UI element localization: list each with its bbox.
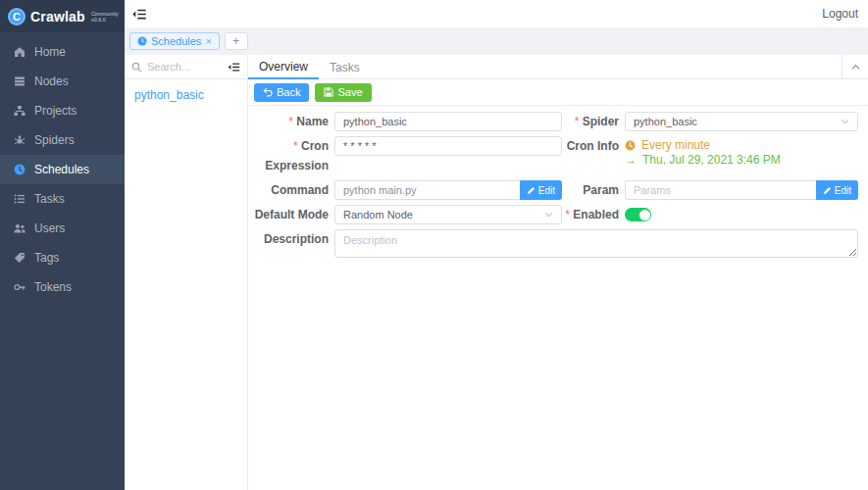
sidebar-item-tags[interactable]: Tags: [0, 243, 125, 272]
search-row: [125, 55, 247, 79]
form-item-spider: Spider python_basic: [562, 112, 858, 131]
spider-select[interactable]: python_basic: [625, 112, 858, 131]
edit-pencil-icon: [527, 186, 536, 195]
param-edit-button[interactable]: Edit: [816, 180, 858, 200]
sidebar-item-users[interactable]: Users: [0, 214, 125, 243]
name-input[interactable]: [334, 112, 562, 131]
crawlab-app: C Crawlab Community v0.6.0 Home Nodes: [0, 0, 868, 490]
form-item-description: Description: [252, 229, 858, 262]
sidebar-item-label: Tokens: [34, 280, 72, 294]
sidebar-item-label: Tasks: [34, 192, 65, 206]
chevron-up-icon: [851, 64, 860, 71]
sidebar-item-schedules[interactable]: Schedules: [0, 155, 125, 184]
form-item-default-mode: Default Mode Random Node: [252, 205, 562, 224]
sidebar-item-nodes[interactable]: Nodes: [0, 67, 125, 96]
command-input[interactable]: [334, 180, 520, 200]
undo-icon: [263, 87, 273, 97]
open-tab-label: Schedules: [151, 35, 201, 47]
chevron-down-icon: [841, 119, 849, 124]
save-icon: [324, 87, 333, 97]
cron-next-run-line: → Thu, Jul 29, 2021 3:46 PM: [625, 153, 858, 168]
tag-icon: [14, 252, 26, 264]
sidebar-item-spiders[interactable]: Spiders: [0, 125, 125, 155]
tasks-icon: [14, 193, 26, 205]
form-item-enabled: Enabled: [562, 205, 858, 224]
sidebar-menu: Home Nodes Projects Spiders: [0, 32, 125, 302]
clock-icon: [137, 36, 147, 46]
enabled-label: Enabled: [562, 205, 625, 224]
arrow-right-icon: →: [625, 153, 637, 168]
cron-schedule-line: Every minute: [625, 138, 858, 153]
projects-icon: [14, 105, 26, 117]
app-edition: Community v0.6.0: [91, 11, 119, 23]
sidebar-item-label: Home: [34, 45, 66, 59]
description-label: Description: [252, 229, 334, 249]
form-item-cron-info: Cron Info Every minute → Thu, Jul 29, 20…: [562, 136, 858, 175]
default-mode-value: Random Node: [343, 209, 413, 220]
search-input[interactable]: [147, 61, 223, 73]
command-edit-label: Edit: [538, 185, 555, 196]
top-header: Logout: [125, 0, 868, 27]
form-item-param: Param Edit: [562, 180, 858, 200]
default-mode-select[interactable]: Random Node: [334, 205, 562, 224]
spider-icon: [14, 134, 26, 146]
collapse-panel-button[interactable]: [842, 55, 868, 78]
chevron-down-icon: [544, 212, 553, 218]
sidebar-item-tokens[interactable]: Tokens: [0, 272, 125, 302]
cron-expression-label: Cron Expression: [252, 136, 334, 175]
command-edit-button[interactable]: Edit: [520, 180, 562, 200]
open-tabs-bar: Schedules × +: [125, 27, 868, 55]
open-tab-schedules[interactable]: Schedules ×: [129, 32, 220, 50]
filter-icon[interactable]: [228, 62, 240, 73]
cron-expression-input[interactable]: [334, 136, 562, 156]
sidebar: C Crawlab Community v0.6.0 Home Nodes: [0, 0, 125, 490]
spider-label: Spider: [562, 112, 625, 131]
schedule-detail: Overview Tasks Back Save Name: [248, 55, 868, 490]
sidebar-item-label: Nodes: [34, 74, 69, 88]
back-button[interactable]: Back: [254, 83, 309, 102]
cron-schedule-text: Every minute: [641, 138, 710, 153]
close-icon[interactable]: ×: [205, 36, 211, 47]
param-label: Param: [562, 180, 625, 200]
enabled-toggle[interactable]: [625, 208, 651, 221]
description-textarea[interactable]: [334, 229, 858, 258]
name-label: Name: [252, 112, 334, 131]
users-icon: [14, 222, 26, 234]
param-input[interactable]: [625, 180, 816, 200]
list-item-python-basic[interactable]: python_basic: [125, 79, 247, 111]
detail-tabs: Overview Tasks: [248, 55, 868, 79]
param-edit-label: Edit: [835, 185, 851, 196]
form-item-command: Command Edit: [252, 180, 562, 200]
back-button-label: Back: [277, 86, 300, 98]
add-tab-button[interactable]: +: [225, 32, 248, 50]
save-button-label: Save: [337, 86, 362, 98]
sidebar-item-tasks[interactable]: Tasks: [0, 184, 125, 214]
crawlab-logo-icon: C: [8, 8, 26, 25]
tab-tasks[interactable]: Tasks: [319, 55, 371, 79]
cron-info-label: Cron Info: [562, 136, 625, 156]
sidebar-item-projects[interactable]: Projects: [0, 96, 125, 125]
sidebar-item-label: Tags: [34, 251, 59, 265]
default-mode-label: Default Mode: [252, 205, 334, 224]
sidebar-fold-icon[interactable]: [131, 8, 147, 21]
save-button[interactable]: Save: [315, 83, 371, 102]
clock-icon: [625, 140, 636, 151]
edit-pencil-icon: [823, 186, 832, 195]
form-item-cron-expression: Cron Expression: [252, 136, 562, 175]
home-icon: [14, 46, 26, 58]
sidebar-item-label: Projects: [34, 104, 77, 118]
spider-select-value: python_basic: [634, 116, 697, 127]
tab-overview[interactable]: Overview: [248, 55, 319, 79]
nodes-icon: [14, 75, 26, 87]
app-logo[interactable]: C Crawlab Community v0.6.0: [0, 0, 125, 32]
app-title: Crawlab: [30, 9, 85, 24]
schedule-form: Name Spider python_basic Cron Ex: [248, 106, 868, 262]
sidebar-item-label: Spiders: [34, 133, 75, 147]
command-label: Command: [252, 180, 334, 200]
search-icon: [131, 62, 142, 73]
logout-button[interactable]: Logout: [822, 7, 858, 21]
action-bar: Back Save: [248, 79, 868, 106]
version-label: v0.6.0: [91, 17, 119, 23]
sidebar-item-label: Schedules: [34, 163, 89, 176]
sidebar-item-home[interactable]: Home: [0, 37, 125, 67]
